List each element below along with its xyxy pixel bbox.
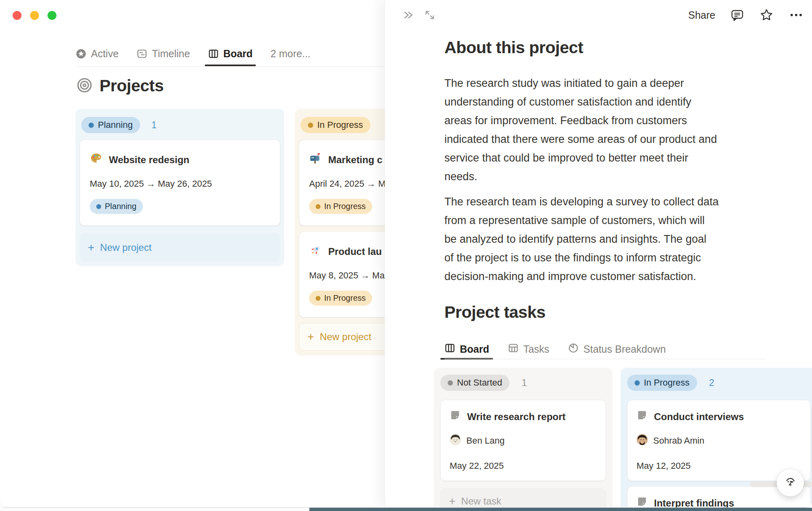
more-options-icon[interactable]: [788, 7, 804, 23]
tab-label: 2 more...: [271, 48, 311, 60]
status-pill-not-started[interactable]: Not Started: [440, 375, 509, 391]
task-column-not-started: Not Started 1 Write research report Ben …: [434, 368, 613, 508]
task-date: May 12, 2025: [637, 461, 801, 471]
desktop-background: [0, 508, 812, 511]
expand-page-icon[interactable]: [424, 9, 435, 21]
status-pill-planning[interactable]: Planning: [81, 117, 140, 133]
zoom-button[interactable]: [48, 11, 56, 20]
star-circle-icon: [76, 48, 87, 59]
tab-more-views[interactable]: 2 more...: [271, 41, 311, 66]
avatar-sohrab-amin: [637, 434, 648, 448]
target-icon: [76, 77, 93, 95]
palette-emoji-icon: [90, 152, 102, 167]
card-title: Website redesign: [109, 154, 189, 166]
card-status-tag: In Progress: [309, 199, 372, 214]
status-pill-in-progress[interactable]: In Progress: [627, 375, 697, 391]
board-icon: [444, 343, 455, 356]
plus-icon: +: [449, 496, 455, 507]
status-dot: [634, 380, 640, 386]
column-count: 2: [709, 377, 715, 388]
task-card-write-research-report[interactable]: Write research report Ben Lang May 22, 2…: [440, 400, 606, 481]
side-peek-panel: Share About this project The research st…: [385, 0, 812, 508]
page-icon: [637, 410, 647, 423]
card-date-range: May 10, 2025 → May 26, 2025: [90, 179, 270, 189]
card-title: Marketing c: [328, 154, 382, 166]
plus-icon: +: [88, 242, 94, 253]
ai-face-icon: [784, 475, 797, 491]
project-card-website-redesign[interactable]: Website redesign May 10, 2025 → May 26, …: [80, 140, 280, 226]
task-title: Write research report: [467, 411, 565, 423]
status-dot: [316, 204, 320, 209]
task-date: May 22, 2025: [450, 461, 597, 471]
tab-label: Board: [223, 48, 253, 60]
status-dot: [308, 123, 313, 128]
avatar-ben-lang: [450, 434, 461, 448]
tab-task-board[interactable]: Board: [444, 339, 489, 359]
assignee-name: Sohrab Amin: [653, 436, 704, 446]
status-dot: [96, 204, 101, 209]
task-title: Conduct interviews: [654, 411, 744, 423]
favorite-star-icon[interactable]: [759, 8, 774, 22]
share-button[interactable]: Share: [688, 9, 715, 21]
tasks-tabbar: Board Tasks Status Breakdown: [444, 339, 666, 359]
status-pill-in-progress[interactable]: In Progress: [301, 117, 370, 133]
card-status-tag: Planning: [90, 199, 143, 214]
timeline-icon: [136, 48, 147, 59]
tab-task-table[interactable]: Tasks: [508, 339, 549, 359]
board-icon: [208, 48, 219, 59]
column-count: 1: [522, 377, 527, 388]
about-heading: About this project: [444, 38, 583, 57]
new-project-button-planning[interactable]: + New project: [80, 234, 280, 261]
board-column-planning: Planning 1 Website redesign May 10, 2025…: [76, 109, 284, 266]
task-card-conduct-interviews[interactable]: Conduct interviews Sohrab Amin May 12, 2…: [627, 400, 811, 481]
tab-active-view[interactable]: Active: [76, 41, 119, 66]
column-header: Planning 1: [76, 109, 284, 133]
tab-label: Timeline: [152, 48, 190, 60]
panel-controls: [402, 9, 435, 21]
clock-icon: [568, 343, 579, 356]
tasks-heading: Project tasks: [444, 303, 546, 322]
task-title: Interpret findings: [654, 498, 734, 508]
status-dot: [448, 380, 453, 386]
plus-icon: +: [307, 331, 314, 343]
column-count: 1: [152, 120, 157, 131]
comments-icon[interactable]: [730, 8, 745, 22]
app-window: Active Timeline Board 2 more...: [0, 0, 812, 508]
close-peek-icon[interactable]: [402, 9, 414, 21]
about-paragraph-1: The research study was initiated to gain…: [444, 74, 777, 186]
tab-timeline-view[interactable]: Timeline: [136, 41, 190, 66]
tab-status-breakdown[interactable]: Status Breakdown: [568, 339, 666, 359]
tab-label: Active: [91, 48, 119, 60]
column-header: In Progress 2: [621, 368, 812, 391]
page-title-text: Projects: [100, 76, 164, 95]
mailbox-emoji-icon: [309, 152, 322, 167]
page-icon: [450, 410, 461, 423]
minimize-button[interactable]: [30, 11, 39, 20]
card-status-tag: In Progress: [309, 291, 372, 306]
tab-board-view[interactable]: Board: [208, 41, 253, 66]
notion-ai-button[interactable]: [777, 469, 804, 496]
panel-actions: Share: [688, 7, 804, 23]
table-icon: [508, 343, 519, 356]
column-header: Not Started 1: [434, 368, 613, 391]
close-button[interactable]: [13, 11, 22, 20]
status-dot: [316, 296, 320, 301]
new-task-button[interactable]: + New task: [440, 488, 606, 508]
view-tabbar: Active Timeline Board 2 more...: [76, 41, 311, 66]
page-title: Projects: [76, 76, 164, 95]
window-controls: [13, 11, 56, 20]
page-icon: [637, 496, 647, 508]
about-paragraph-2: The research team is developing a survey…: [444, 192, 777, 286]
assignee-name: Ben Lang: [466, 436, 505, 446]
rocket-emoji-icon: [309, 244, 322, 259]
tasks-tabbar-divider: [444, 359, 765, 359]
tabbar-divider: [76, 66, 396, 67]
status-dot: [89, 123, 94, 128]
card-title: Product lau: [328, 246, 382, 257]
